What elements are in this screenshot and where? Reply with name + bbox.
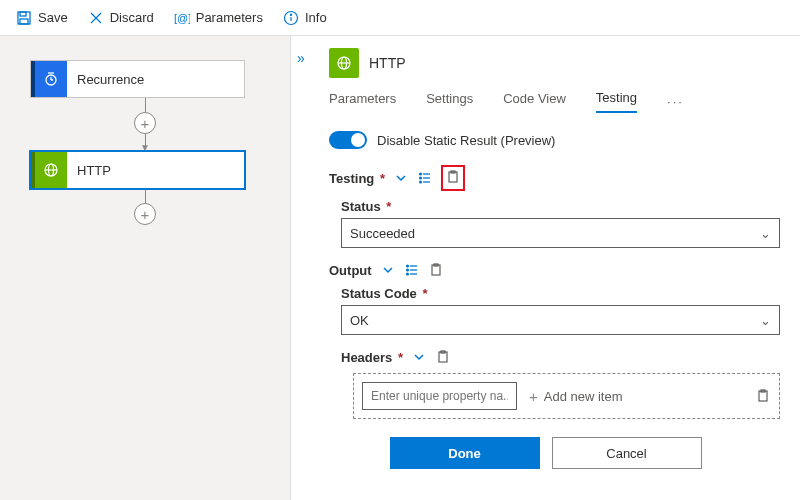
svg-point-30 <box>406 265 408 267</box>
cancel-button[interactable]: Cancel <box>552 437 702 469</box>
save-label: Save <box>38 10 68 25</box>
discard-icon <box>88 10 104 26</box>
chevron-down-icon[interactable] <box>393 170 409 186</box>
headers-box: +Add new item <box>353 373 780 419</box>
chevron-down-icon[interactable] <box>411 349 427 365</box>
status-code-label: Status Code * <box>341 286 780 301</box>
svg-point-8 <box>290 14 291 15</box>
headers-section-label: Headers * <box>341 350 403 365</box>
svg-point-22 <box>420 173 422 175</box>
node-label: HTTP <box>67 163 121 178</box>
list-icon[interactable] <box>417 170 433 186</box>
chevron-down-icon[interactable] <box>380 262 396 278</box>
workflow-canvas: Recurrence + ▼ HTTP + <box>0 36 290 500</box>
details-panel: » HTTP Parameters Settings Code View Tes… <box>290 36 800 500</box>
panel-tabs: Parameters Settings Code View Testing ··… <box>329 90 780 113</box>
discard-label: Discard <box>110 10 154 25</box>
switch-schema-highlight <box>441 165 465 191</box>
toggle-label: Disable Static Result (Preview) <box>377 133 555 148</box>
svg-text:[@]: [@] <box>174 12 190 24</box>
tab-testing[interactable]: Testing <box>596 90 637 113</box>
info-icon <box>283 10 299 26</box>
node-http[interactable]: HTTP <box>30 151 245 189</box>
discard-button[interactable]: Discard <box>80 6 162 30</box>
done-button[interactable]: Done <box>390 437 540 469</box>
output-section-label: Output <box>329 263 372 278</box>
add-new-item-button[interactable]: +Add new item <box>529 388 623 405</box>
status-code-value: OK <box>350 313 369 328</box>
status-select[interactable]: Succeeded ⌄ <box>341 218 780 248</box>
add-step-button[interactable]: + <box>134 112 156 134</box>
globe-icon <box>329 48 359 78</box>
svg-point-31 <box>406 269 408 271</box>
parameters-label: Parameters <box>196 10 263 25</box>
toolbar: Save Discard [@] Parameters Info <box>0 0 800 36</box>
paste-icon[interactable] <box>755 388 771 404</box>
status-value: Succeeded <box>350 226 415 241</box>
connector: + ▼ <box>38 98 253 151</box>
info-button[interactable]: Info <box>275 6 335 30</box>
testing-section-label: Testing * <box>329 171 385 186</box>
save-button[interactable]: Save <box>8 6 76 30</box>
svg-point-24 <box>420 181 422 183</box>
save-icon <box>16 10 32 26</box>
collapse-panel-icon[interactable]: » <box>297 50 305 66</box>
paste-icon[interactable] <box>428 262 444 278</box>
add-step-button[interactable]: + <box>134 203 156 225</box>
parameters-icon: [@] <box>174 10 190 26</box>
svg-point-32 <box>406 273 408 275</box>
connector: + <box>38 189 253 225</box>
disable-static-result-toggle[interactable] <box>329 131 367 149</box>
globe-icon <box>31 152 67 188</box>
status-label: Status * <box>341 199 780 214</box>
paste-icon[interactable] <box>445 169 461 185</box>
chevron-down-icon: ⌄ <box>760 313 771 328</box>
status-code-select[interactable]: OK ⌄ <box>341 305 780 335</box>
info-label: Info <box>305 10 327 25</box>
parameters-button[interactable]: [@] Parameters <box>166 6 271 30</box>
list-icon[interactable] <box>404 262 420 278</box>
property-name-input[interactable] <box>362 382 517 410</box>
tab-parameters[interactable]: Parameters <box>329 91 396 112</box>
chevron-down-icon: ⌄ <box>760 226 771 241</box>
tab-settings[interactable]: Settings <box>426 91 473 112</box>
panel-title: HTTP <box>369 55 406 71</box>
clock-icon <box>31 61 67 97</box>
node-label: Recurrence <box>67 72 154 87</box>
svg-point-23 <box>420 177 422 179</box>
tab-more-icon[interactable]: ··· <box>667 94 684 109</box>
tab-code-view[interactable]: Code View <box>503 91 566 112</box>
node-recurrence[interactable]: Recurrence <box>30 60 245 98</box>
svg-rect-2 <box>20 19 28 24</box>
paste-icon[interactable] <box>435 349 451 365</box>
svg-rect-1 <box>20 12 26 16</box>
